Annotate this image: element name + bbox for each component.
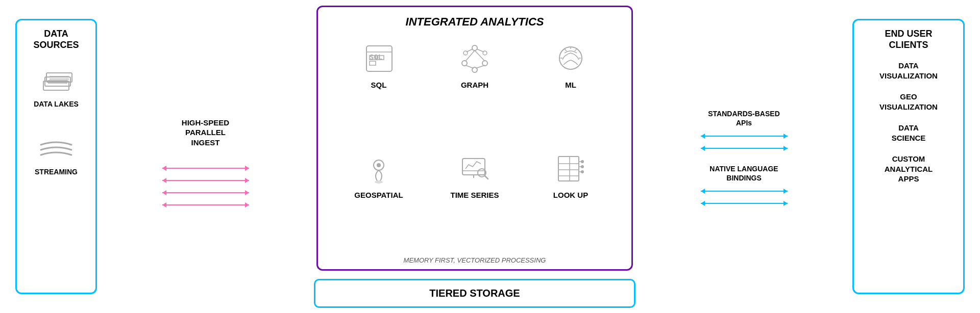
analytics-item-timeseries: TIME SERIES (429, 151, 520, 251)
ingest-title: HIGH-SPEED PARALLEL INGEST (182, 118, 229, 148)
svg-line-28 (565, 49, 567, 51)
analytics-item-ml: ML (525, 41, 616, 141)
svg-point-47 (581, 170, 584, 173)
end-user-item-1: GEO VISUALIZATION (879, 92, 938, 112)
end-user-items: DATA VISUALIZATION GEO VISUALIZATION DAT… (859, 61, 958, 184)
timeseries-label: TIME SERIES (450, 191, 499, 199)
svg-point-45 (581, 160, 584, 163)
sql-label: SQL (371, 81, 387, 89)
data-sources-title: DATA SOURCES (33, 29, 79, 50)
svg-point-14 (462, 61, 467, 66)
ml-label: ML (565, 81, 576, 89)
ia-footer: MEMORY FIRST, VECTORIZED PROCESSING (404, 256, 546, 264)
end-user-panel: END USER CLIENTS DATA VISUALIZATION GEO … (852, 19, 965, 294)
end-user-item-3: CUSTOM ANALYTICAL APPS (885, 154, 933, 184)
timeseries-icon (457, 151, 493, 187)
analytics-item-geospatial: GEOSPATIAL (333, 151, 424, 251)
svg-point-46 (581, 165, 584, 168)
end-user-item-2: DATA SCIENCE (892, 123, 926, 143)
ingest-arrow-1 (162, 168, 249, 169)
native-language-api-block: NATIVE LANGUAGE BINDINGS (701, 164, 788, 204)
analytics-grid: SQL SQL (328, 41, 621, 251)
end-user-title: END USER CLIENTS (885, 29, 932, 50)
ingest-arrow-2 (162, 180, 249, 181)
tiered-storage-label: TIERED STORAGE (429, 288, 520, 299)
svg-rect-11 (370, 61, 376, 65)
data-sources-panel: DATA SOURCES DATA LAKES STREAMING (15, 19, 97, 294)
streaming-label: STREAMING (35, 168, 78, 176)
svg-line-23 (477, 49, 484, 52)
analytics-item-lookup: LOOK UP (525, 151, 616, 251)
diagram: DATA SOURCES DATA LAKES STREAMING (0, 0, 980, 313)
native-api-title: NATIVE LANGUAGE BINDINGS (709, 164, 778, 182)
analytics-item-graph: GRAPH (429, 41, 520, 141)
ingest-section: HIGH-SPEED PARALLEL INGEST (155, 19, 257, 294)
svg-point-15 (482, 61, 487, 66)
svg-point-25 (559, 47, 582, 69)
svg-point-33 (375, 180, 383, 184)
end-user-item-0: DATA VISUALIZATION (879, 61, 938, 81)
lookup-label: LOOK UP (553, 191, 588, 199)
sql-icon: SQL (361, 41, 397, 76)
standards-based-api-block: STANDARDS-BASED APIs (701, 109, 788, 149)
svg-line-22 (476, 65, 485, 68)
lookup-icon (553, 151, 589, 187)
svg-line-24 (467, 49, 473, 52)
streaming-icon (38, 139, 74, 164)
ingest-arrows (162, 168, 249, 205)
svg-point-32 (377, 163, 381, 167)
ia-title: INTEGRATED ANALYTICS (406, 15, 544, 29)
integrated-analytics-panel: INTEGRATED ANALYTICS SQL S (316, 6, 633, 271)
apis-section: STANDARDS-BASED APIs NATIVE LANGUAGE BIN… (693, 19, 795, 294)
svg-rect-40 (558, 156, 579, 181)
tiered-storage-box: TIERED STORAGE (314, 279, 635, 308)
svg-point-13 (472, 45, 477, 50)
geospatial-icon (361, 151, 397, 187)
data-lakes-label: DATA LAKES (34, 100, 79, 108)
ml-icon (553, 41, 589, 76)
svg-rect-34 (462, 159, 485, 175)
data-lakes-icon (38, 66, 74, 96)
ingest-arrow-3 (162, 192, 249, 193)
graph-icon (457, 41, 493, 76)
geospatial-label: GEOSPATIAL (354, 191, 403, 199)
ingest-arrow-4 (162, 204, 249, 205)
standards-api-title: STANDARDS-BASED APIs (708, 109, 780, 127)
svg-line-27 (575, 49, 577, 51)
svg-line-21 (465, 65, 474, 68)
center-column: INTEGRATED ANALYTICS SQL S (314, 6, 635, 308)
graph-label: GRAPH (461, 81, 488, 89)
analytics-item-sql: SQL SQL (333, 41, 424, 141)
svg-line-39 (485, 176, 488, 179)
